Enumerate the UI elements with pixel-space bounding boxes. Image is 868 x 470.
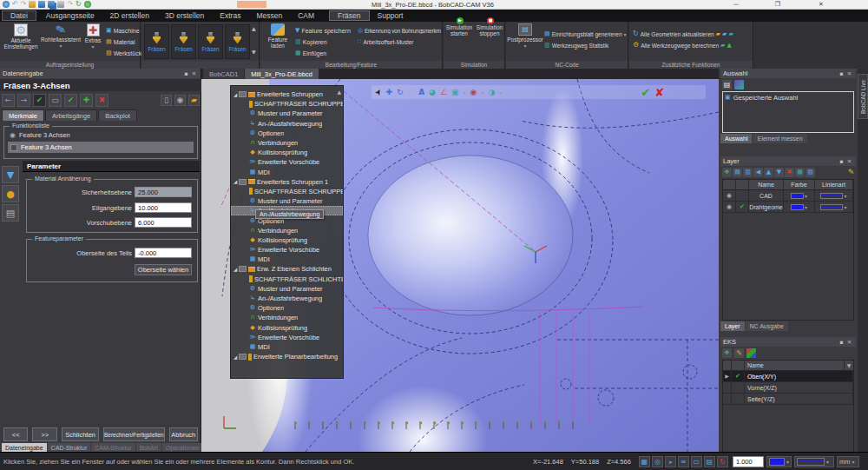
menu-support[interactable]: Support (370, 10, 411, 22)
pin-icon[interactable]: ▪ (838, 70, 845, 77)
linestyle-dropdown[interactable]: ▾ (794, 456, 834, 467)
tree-item[interactable]: ⚙Optionen (231, 303, 343, 313)
tree-item[interactable]: SCHAFTFRÄSER SCHLICHTEN (231, 275, 343, 284)
layer-options-icon[interactable]: ▧ (806, 168, 815, 177)
gallery-scroll-up-icon[interactable]: ▲ (252, 26, 256, 31)
vorschubebene-input[interactable]: 6.000 (135, 217, 192, 228)
tree-item[interactable]: ≫Erweiterte Vorschübe (231, 333, 343, 342)
move-down-icon[interactable]: ▼ (774, 168, 784, 177)
capture-image-icon[interactable] (734, 80, 744, 89)
doc-tab-bobcad1[interactable]: BobCAD1 (203, 69, 244, 79)
saved-selection-icon[interactable]: ▤ (722, 80, 732, 89)
tree-item[interactable]: ▦MDI (231, 168, 343, 177)
tab-element-messen[interactable]: Element messen (753, 134, 806, 143)
confirm-check-icon[interactable]: ✔ (641, 86, 650, 99)
schlichten-button[interactable]: Schlichten (62, 427, 99, 441)
tab-backplot[interactable]: Backplot (98, 109, 137, 121)
menu-fraesen[interactable]: Fräsen (329, 10, 369, 21)
pin-icon[interactable]: ▪ (838, 158, 845, 165)
menu-cam[interactable]: CAM (290, 10, 322, 22)
extra-icon[interactable]: ▲ (727, 43, 731, 49)
tab-arbeitsgaenge[interactable]: Arbeitsgänge (45, 109, 97, 121)
eks-row[interactable]: Seite(Y/Z) (723, 394, 853, 405)
feature-laden-button[interactable]: Feature laden (262, 23, 293, 60)
measure-icon[interactable]: ∠ (440, 88, 447, 96)
app-logo-icon[interactable] (3, 1, 10, 8)
tree-group[interactable]: ◢Erweitertes Schruppen (231, 89, 343, 99)
bohrungserkennung-button[interactable]: ◎ Erkennung von Bohrungsmerkmalen (358, 25, 441, 36)
tree-item[interactable]: ▦MDI (231, 342, 343, 352)
page-misc-button[interactable]: ▤ (2, 204, 19, 222)
werkzeugweg-statistik-button[interactable]: ▥ Werkzeugweg Statistik (544, 40, 608, 50)
layers-quick-icon[interactable]: ≡ (678, 456, 689, 467)
trash-icon[interactable]: ▯ (161, 95, 172, 106)
feature-gallery-item[interactable]: Fräsen (225, 24, 250, 59)
color-swatch[interactable] (791, 193, 804, 199)
extra-icon[interactable]: ▰ (722, 31, 727, 37)
text-annotation-icon[interactable]: A (418, 88, 424, 96)
minimize-button[interactable]: — (729, 0, 743, 9)
linestyle-swatch[interactable] (820, 193, 843, 199)
chevron-down-icon[interactable]: ▾ (805, 204, 807, 210)
tab-merkmale[interactable]: Merkmale (2, 109, 44, 121)
tree-item[interactable]: SCHAFTFRÄSER SCHRUPPEN (231, 187, 343, 196)
orbit-icon[interactable]: ↻ (397, 88, 404, 96)
snap-settings-icon[interactable]: ▦ (639, 456, 650, 467)
back-arrow-button[interactable]: ← (2, 94, 15, 107)
menu-datei[interactable]: Datei (2, 10, 36, 21)
tree-item[interactable]: ⚙Optionen (231, 129, 343, 138)
menu-messen[interactable]: Messen (248, 10, 290, 22)
eks-triad-icon[interactable] (746, 348, 756, 358)
open-file-icon[interactable] (29, 1, 36, 8)
close-icon[interactable]: ✕ (845, 70, 853, 77)
page-tool-button[interactable]: ● (2, 185, 19, 202)
visibility-eye-icon[interactable]: ◉ (727, 193, 732, 199)
select-arrow-icon[interactable]: ➤ (373, 87, 384, 97)
chevron-down-icon[interactable]: ▾ (464, 89, 466, 96)
close-icon[interactable]: ✕ (845, 339, 853, 346)
chevron-down-icon[interactable]: ▾ (499, 89, 502, 96)
tree-item[interactable]: ↳An-/Ausfahrbewegung (231, 119, 343, 129)
doc-tab-mill-3x-pro[interactable]: Mill_3x_Pro-DE.bbcd (245, 69, 318, 79)
apply-add-button[interactable]: ✚ (80, 94, 93, 107)
sicherheitsebene-input[interactable]: 25.000 (135, 187, 192, 197)
extra-icon[interactable]: ▰ (716, 31, 720, 37)
close-icon[interactable]: ✕ (845, 158, 853, 165)
postprozessor-button[interactable]: ▤ Postprozessor ▾ (509, 23, 542, 60)
extras-button[interactable]: ✚ Extras ▾ (82, 23, 104, 60)
abbruch-button[interactable]: Abbruch (169, 427, 198, 441)
visibility-eye-icon[interactable]: ◉ (727, 204, 732, 210)
move-up-icon[interactable]: ▲ (764, 168, 773, 177)
operation-tree[interactable]: ▲ ◢Erweitertes Schruppen SCHAFTFRÄSER SC… (230, 85, 344, 379)
save-icon[interactable] (38, 1, 45, 8)
tree-item[interactable]: ∩Verbindungen (231, 313, 343, 322)
chevron-down-icon[interactable]: ▾ (481, 89, 483, 96)
linestyle-swatch[interactable] (820, 204, 843, 210)
feature-speichern-button[interactable]: ▼ Feature speichern (295, 25, 351, 36)
cancel-x-icon[interactable]: ✘ (654, 86, 664, 99)
preview-screen-button[interactable]: ▭ (49, 94, 62, 107)
feature-gallery-item[interactable]: Fräsen (198, 24, 223, 59)
attach-icon[interactable]: ✎ (846, 168, 856, 177)
web-icon[interactable] (84, 1, 91, 8)
feature-gallery-item[interactable]: Fräsen (171, 24, 196, 59)
rohteilassistent-button[interactable]: ✎ Rohteilassistent ▾ (42, 23, 80, 60)
move-left-icon[interactable]: ◀ (753, 168, 763, 177)
oberseite-input[interactable]: -0.000 (135, 248, 192, 258)
zoom-window-icon[interactable]: ◻ (408, 88, 414, 96)
copy-layer-icon[interactable]: ▥ (743, 168, 753, 177)
tree-item[interactable]: ∩Verbindungen (231, 226, 343, 235)
ok-check-button[interactable]: ✔ (64, 94, 77, 107)
menu-extras[interactable]: Extras (212, 10, 248, 22)
extra-icon[interactable]: ▰ (720, 43, 725, 49)
tree-item[interactable]: ◆Kollisionsprüfung (231, 235, 343, 245)
redo-icon[interactable]: ↷ (21, 1, 27, 8)
delete-layer-icon[interactable]: ✖ (785, 168, 794, 177)
einfuegen-button[interactable]: ▦ Einfügen (295, 48, 326, 58)
tree-group[interactable]: ◢Erw. Z Ebenen Schlichten (231, 264, 343, 274)
feature-list-item-selected[interactable]: Feature 3 Achsen (8, 142, 194, 153)
merge-layers-icon[interactable]: ▦ (795, 168, 805, 177)
aktuelle-einstellungen-button[interactable]: ⚙ Aktuelle Einstellungen (3, 23, 39, 60)
color-dropdown[interactable]: ▾ (766, 456, 792, 467)
einrichtungsblatt-button[interactable]: ▤ Einrichtungsblatt generieren▾ (544, 29, 627, 39)
